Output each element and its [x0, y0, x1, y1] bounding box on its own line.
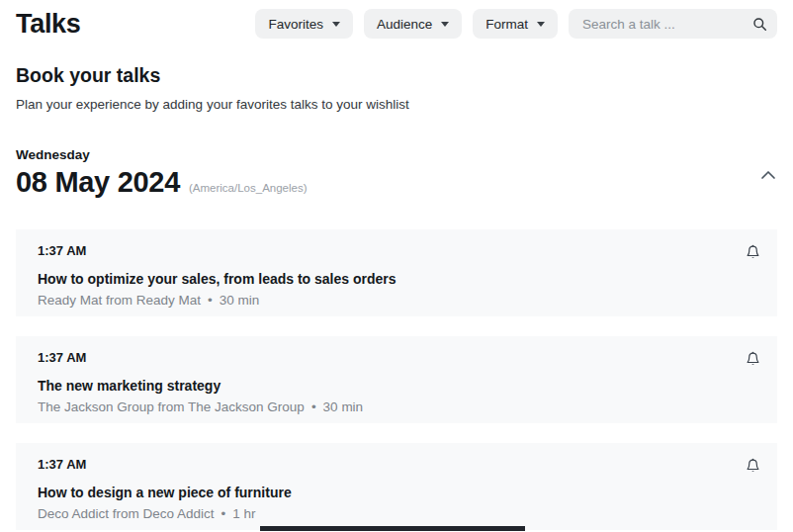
favorites-filter-label: Favorites [268, 17, 323, 32]
chevron-up-icon [759, 168, 777, 182]
talk-speaker: Deco Addict from Deco Addict [38, 506, 215, 522]
caret-down-icon [537, 22, 545, 27]
bell-icon [746, 458, 760, 474]
caret-down-icon [441, 22, 449, 27]
page-header: Talks Favorites Audience Format [0, 0, 793, 41]
weekday-label: Wednesday [16, 146, 308, 163]
talk-title-link[interactable]: How to optimize your sales, from leads t… [38, 271, 755, 288]
talk-duration: 30 min [220, 293, 260, 309]
caret-down-icon [332, 22, 340, 27]
talk-list: 1:37 AM How to optimize your sales, from… [16, 229, 777, 530]
talk-speaker: Ready Mat from Ready Mat [38, 293, 201, 309]
bottom-bar [260, 526, 525, 531]
collapse-day-button[interactable] [759, 168, 777, 182]
talk-meta: Ready Mat from Ready Mat • 30 min [38, 293, 755, 309]
audience-filter-label: Audience [377, 17, 432, 32]
intro-section: Book your talks Plan your experience by … [16, 63, 777, 113]
format-filter-label: Format [485, 17, 528, 32]
day-header-text: Wednesday 08 May 2024 (America/Los_Angel… [16, 146, 308, 198]
talk-title-link[interactable]: How to design a new piece of furniture [38, 485, 755, 501]
date-label: 08 May 2024 [16, 166, 180, 198]
audience-filter-button[interactable]: Audience [364, 9, 462, 39]
talk-duration: 1 hr [232, 506, 255, 522]
favorites-filter-button[interactable]: Favorites [255, 9, 353, 39]
bell-icon [746, 244, 760, 260]
talk-card[interactable]: 1:37 AM The new marketing strategy The J… [16, 336, 777, 423]
talk-meta: The Jackson Group from The Jackson Group… [38, 399, 755, 415]
reminder-bell-button[interactable] [744, 349, 762, 369]
talk-card[interactable]: 1:37 AM How to design a new piece of fur… [16, 443, 777, 530]
day-header: Wednesday 08 May 2024 (America/Los_Angel… [16, 146, 777, 198]
talk-time: 1:37 AM [38, 457, 755, 472]
bell-icon [746, 351, 760, 367]
talk-meta: Deco Addict from Deco Addict • 1 hr [38, 506, 755, 522]
talk-card[interactable]: 1:37 AM How to optimize your sales, from… [16, 229, 777, 316]
search-icon[interactable] [752, 17, 767, 32]
header-controls: Favorites Audience Format [255, 9, 777, 39]
reminder-bell-button[interactable] [744, 456, 762, 476]
search-box [569, 9, 777, 39]
bullet-separator: • [311, 399, 316, 415]
talk-time: 1:37 AM [38, 350, 755, 365]
format-filter-button[interactable]: Format [473, 9, 558, 39]
section-subheading: Plan your experience by adding your favo… [16, 96, 777, 113]
bullet-separator: • [208, 293, 213, 309]
talk-time: 1:37 AM [38, 243, 755, 258]
section-heading: Book your talks [16, 63, 777, 87]
reminder-bell-button[interactable] [744, 242, 762, 262]
date-row: 08 May 2024 (America/Los_Angeles) [16, 166, 308, 198]
search-input[interactable] [580, 16, 752, 33]
page-title: Talks [16, 7, 81, 41]
bullet-separator: • [221, 506, 226, 522]
timezone-label: (America/Los_Angeles) [189, 182, 308, 194]
talk-duration: 30 min [323, 399, 364, 415]
talk-title-link[interactable]: The new marketing strategy [38, 378, 755, 395]
talk-speaker: The Jackson Group from The Jackson Group [38, 399, 305, 415]
